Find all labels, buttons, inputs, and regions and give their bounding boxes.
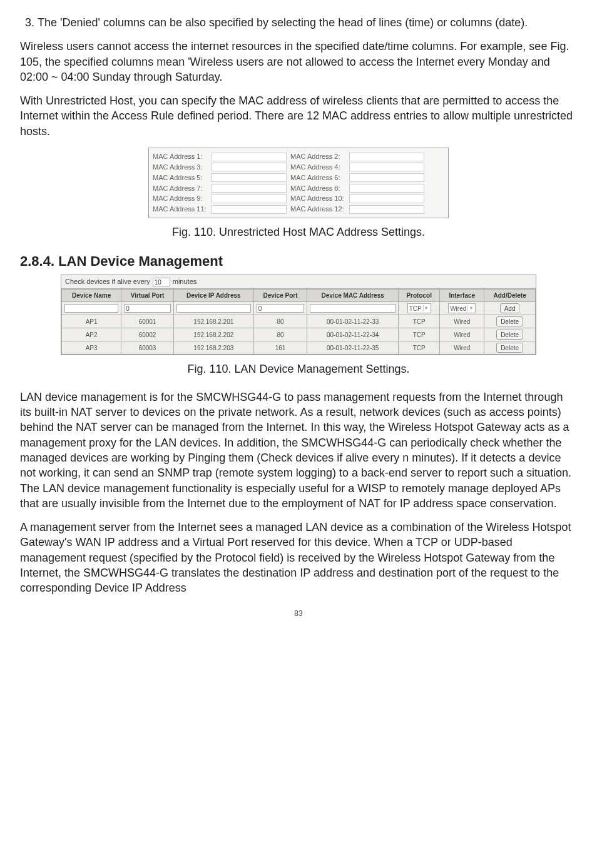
mac-label: MAC Address 11: (153, 204, 208, 214)
cell-name: AP1 (62, 315, 121, 328)
mac-label: MAC Address 4: (290, 163, 345, 172)
column-header: Device Port (253, 289, 307, 302)
cell-proto: TCP (399, 315, 440, 328)
delete-button[interactable]: Delete (496, 330, 523, 340)
cell-vport: 60001 (121, 315, 174, 328)
cell-dport: 80 (253, 328, 307, 341)
mac-label: MAC Address 10: (290, 194, 345, 203)
section-heading: 2.8.4. LAN Device Management (20, 252, 577, 271)
paragraph: LAN device management is for the SMCWHSG… (20, 390, 577, 511)
protocol-select[interactable]: TCP ▾ (407, 303, 431, 313)
add-button[interactable]: Add (500, 303, 520, 313)
column-header: Device Name (62, 289, 121, 302)
paragraph: With Unrestricted Host, you can specify … (20, 93, 577, 139)
mac-row: MAC Address 9: MAC Address 10: (153, 194, 444, 203)
table-row-new: 0 0 TCP ▾ Wired ▾ Add (62, 302, 536, 315)
column-header: Interface (440, 289, 484, 302)
delete-button[interactable]: Delete (496, 343, 523, 353)
mac-row: MAC Address 3: MAC Address 4: (153, 163, 444, 172)
column-header: Virtual Port (121, 289, 174, 302)
mac-label: MAC Address 6: (290, 173, 345, 183)
cell-iface: Wired (440, 315, 484, 328)
interface-value: Wired (450, 305, 466, 313)
mac-input[interactable] (349, 205, 424, 214)
mac-input[interactable] (212, 173, 287, 182)
cell-dport: 80 (253, 315, 307, 328)
mac-input[interactable] (349, 184, 424, 193)
cell-mac: 00-01-02-11-22-34 (307, 328, 399, 341)
mac-label: MAC Address 12: (290, 204, 345, 214)
mac-label: MAC Address 9: (153, 194, 208, 203)
lan-device-figure: Check devices if alive every 10 minutes … (61, 275, 536, 355)
mac-input[interactable] (212, 153, 287, 161)
mac-input[interactable] (212, 163, 287, 171)
numbered-list: The 'Denied' columns can be also specifi… (20, 15, 577, 30)
list-item-3: The 'Denied' columns can be also specifi… (38, 15, 577, 30)
check-devices-label-pre: Check devices if alive every (65, 277, 150, 286)
table-row: AP1 60001 192.168.2.201 80 00-01-02-11-2… (62, 315, 536, 328)
mac-row: MAC Address 7: MAC Address 8: (153, 184, 444, 193)
protocol-value: TCP (409, 305, 422, 313)
column-header: Device IP Address (173, 289, 253, 302)
cell-iface: Wired (440, 328, 484, 341)
check-devices-row: Check devices if alive every 10 minutes (61, 275, 536, 289)
cell-proto: TCP (399, 341, 440, 355)
device-name-input[interactable] (64, 304, 118, 313)
paragraph: A management server from the Internet se… (20, 520, 577, 595)
cell-iface: Wired (440, 341, 484, 355)
delete-button[interactable]: Delete (496, 316, 523, 326)
check-interval-input[interactable]: 10 (153, 278, 170, 286)
cell-vport: 60003 (121, 341, 174, 355)
mac-input[interactable] (212, 205, 287, 214)
mac-address-figure: MAC Address 1: MAC Address 2: MAC Addres… (148, 148, 449, 218)
mac-row: MAC Address 11: MAC Address 12: (153, 204, 444, 214)
cell-ip: 192.168.2.201 (173, 315, 253, 328)
figure-caption: Fig. 110. LAN Device Management Settings… (20, 361, 577, 376)
mac-input[interactable] (349, 153, 424, 161)
cell-ip: 192.168.2.203 (173, 341, 253, 355)
chevron-down-icon: ▾ (423, 305, 429, 311)
cell-ip: 192.168.2.202 (173, 328, 253, 341)
check-devices-label-post: minutes (173, 277, 197, 286)
device-port-input[interactable]: 0 (257, 304, 305, 313)
cell-name: AP2 (62, 328, 121, 341)
cell-proto: TCP (399, 328, 440, 341)
mac-input[interactable] (212, 194, 287, 203)
table-header-row: Device Name Virtual Port Device IP Addre… (62, 289, 536, 302)
cell-dport: 161 (253, 341, 307, 355)
column-header: Protocol (399, 289, 440, 302)
table-row: AP2 60002 192.168.2.202 80 00-01-02-11-2… (62, 328, 536, 341)
cell-vport: 60002 (121, 328, 174, 341)
mac-label: MAC Address 8: (290, 184, 345, 193)
mac-input[interactable] (212, 184, 287, 193)
mac-row: MAC Address 5: MAC Address 6: (153, 173, 444, 183)
virtual-port-input[interactable]: 0 (124, 304, 171, 313)
mac-label: MAC Address 7: (153, 184, 208, 193)
lan-device-table: Device Name Virtual Port Device IP Addre… (61, 289, 536, 355)
table-row: AP3 60003 192.168.2.203 161 00-01-02-11-… (62, 341, 536, 355)
device-ip-input[interactable] (176, 304, 251, 313)
mac-label: MAC Address 5: (153, 173, 208, 183)
interface-select[interactable]: Wired ▾ (448, 303, 476, 313)
page-number: 83 (20, 608, 577, 618)
mac-input[interactable] (349, 194, 424, 203)
column-header: Add/Delete (484, 289, 536, 302)
cell-mac: 00-01-02-11-22-35 (307, 341, 399, 355)
column-header: Device MAC Address (307, 289, 399, 302)
mac-input[interactable] (349, 163, 424, 171)
cell-name: AP3 (62, 341, 121, 355)
paragraph: Wireless users cannot access the interne… (20, 39, 577, 84)
mac-row: MAC Address 1: MAC Address 2: (153, 152, 444, 161)
mac-label: MAC Address 1: (153, 152, 208, 161)
mac-label: MAC Address 2: (290, 152, 345, 161)
device-mac-input[interactable] (310, 304, 395, 313)
chevron-down-icon: ▾ (467, 305, 474, 311)
mac-input[interactable] (349, 173, 424, 182)
mac-label: MAC Address 3: (153, 163, 208, 172)
cell-mac: 00-01-02-11-22-33 (307, 315, 399, 328)
figure-caption: Fig. 110. Unrestricted Host MAC Address … (20, 225, 577, 240)
